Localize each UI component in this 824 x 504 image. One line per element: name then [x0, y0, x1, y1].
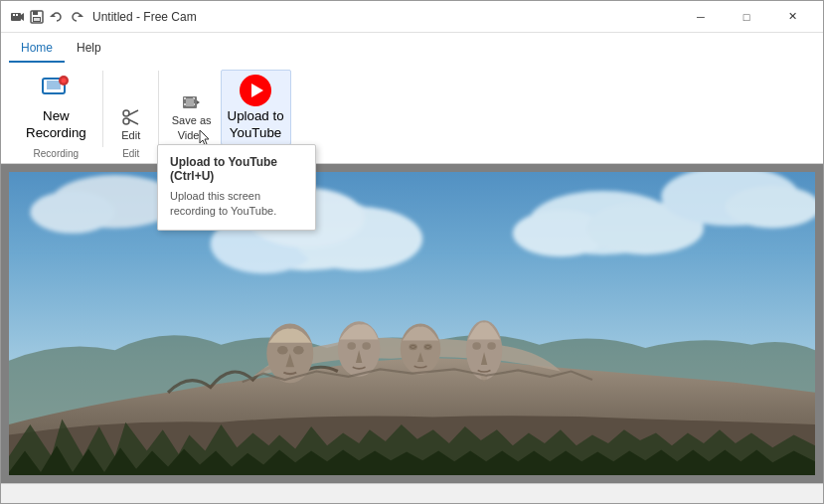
svg-point-39 — [277, 346, 288, 355]
save-icon[interactable] — [29, 9, 45, 25]
title-bar: Untitled - Free Cam ─ □ ✕ — [1, 1, 823, 33]
svg-rect-21 — [184, 103, 186, 105]
edit-group-label: Edit — [111, 145, 151, 163]
quick-access-toolbar — [9, 9, 84, 25]
svg-rect-24 — [186, 98, 194, 106]
svg-rect-20 — [184, 97, 186, 99]
svg-point-42 — [347, 342, 356, 349]
ribbon: Home Help — [1, 33, 823, 164]
edit-button[interactable]: Edit — [111, 104, 151, 145]
svg-point-14 — [62, 79, 67, 84]
edit-label: Edit — [121, 129, 140, 142]
new-recording-label-line2: Recording — [26, 125, 86, 140]
svg-point-48 — [472, 342, 481, 349]
close-button[interactable]: ✕ — [769, 1, 815, 33]
undo-icon[interactable] — [49, 9, 65, 25]
window-controls: ─ □ ✕ — [678, 1, 815, 33]
tab-home[interactable]: Home — [9, 35, 65, 63]
video-canvas — [9, 172, 815, 475]
svg-rect-11 — [47, 81, 61, 89]
recording-group-label: Recording — [17, 145, 95, 163]
app-icon — [9, 9, 25, 25]
main-content — [1, 164, 823, 483]
save-as-video-icon — [182, 92, 202, 112]
svg-rect-2 — [13, 14, 15, 16]
app-window: Untitled - Free Cam ─ □ ✕ Home Help — [0, 0, 824, 504]
save-video-label1: Save as — [172, 114, 212, 127]
new-recording-label-line1: New — [43, 108, 70, 123]
title-bar-left: Untitled - Free Cam — [9, 9, 197, 25]
upload-youtube-icon — [240, 75, 271, 106]
ribbon-content: New Recording Recording — [1, 63, 823, 163]
edit-items: Edit — [111, 67, 151, 145]
edit-icon — [121, 107, 141, 127]
svg-marker-8 — [50, 14, 56, 17]
svg-marker-1 — [21, 13, 24, 21]
upload-yt-label2: YouTube — [230, 125, 281, 140]
redo-icon[interactable] — [69, 9, 84, 25]
svg-marker-25 — [197, 100, 200, 104]
status-bar — [1, 483, 823, 503]
upload-yt-label1: Upload to — [228, 108, 284, 123]
svg-rect-5 — [33, 11, 38, 15]
ribbon-group-edit: Edit Edit — [103, 67, 159, 163]
export-items: Save as Video Upload to YouTube — [167, 67, 291, 145]
tooltip: Upload to YouTube (Ctrl+U) Upload this s… — [157, 144, 316, 231]
tooltip-title: Upload to YouTube (Ctrl+U) — [170, 155, 303, 183]
ribbon-group-recording: New Recording Recording — [9, 67, 103, 163]
new-recording-button[interactable]: New Recording — [17, 67, 95, 145]
new-recording-icon — [40, 72, 72, 106]
svg-point-35 — [30, 191, 114, 234]
svg-point-43 — [362, 342, 371, 349]
upload-youtube-button[interactable]: Upload to YouTube — [221, 70, 291, 145]
svg-rect-3 — [16, 14, 18, 16]
minimize-button[interactable]: ─ — [678, 1, 724, 33]
svg-rect-7 — [34, 18, 40, 21]
rushmore-image — [9, 172, 815, 475]
tab-help[interactable]: Help — [65, 35, 113, 63]
svg-point-40 — [293, 346, 304, 355]
svg-marker-9 — [78, 14, 83, 17]
ribbon-tabs: Home Help — [1, 33, 823, 63]
maximize-button[interactable]: □ — [724, 1, 769, 33]
window-title: Untitled - Free Cam — [92, 10, 197, 24]
recording-items: New Recording — [17, 67, 95, 145]
svg-point-49 — [487, 342, 496, 349]
tooltip-body: Upload this screen recording to YouTube. — [170, 189, 303, 220]
